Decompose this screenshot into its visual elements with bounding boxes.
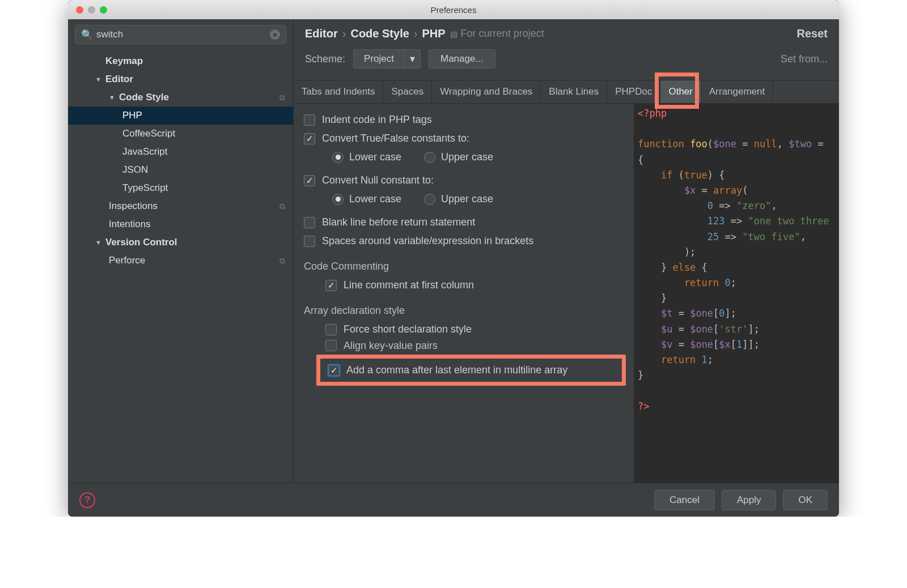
checkbox-line-comment-first[interactable] (325, 280, 337, 291)
tree-item-editor[interactable]: ▼Editor (68, 70, 293, 88)
apply-button[interactable]: Apply (722, 490, 777, 510)
tab-wrapping[interactable]: Wrapping and Braces (432, 80, 541, 103)
section-code-commenting: Code Commenting (299, 250, 628, 276)
reset-button[interactable]: Reset (797, 27, 828, 40)
scheme-dropdown[interactable]: Project ▾ (353, 49, 421, 69)
highlight-annotation-comma: Add a comma after last element in multil… (316, 355, 626, 386)
radio-tf-lower[interactable]: Lower case (332, 151, 401, 163)
manage-button[interactable]: Manage... (429, 49, 495, 69)
project-scope-icon: ▤ (450, 29, 457, 39)
tree-item-perforce[interactable]: Perforce⧉ (68, 252, 293, 270)
radio-null-upper[interactable]: Upper case (424, 193, 493, 205)
tab-arrangement[interactable]: Arrangement (701, 80, 773, 103)
clear-search-icon[interactable]: × (270, 29, 280, 40)
search-input[interactable] (96, 29, 270, 40)
tab-spaces[interactable]: Spaces (383, 80, 432, 103)
radio-null-lower[interactable]: Lower case (332, 193, 401, 205)
checkbox-align-kv[interactable] (325, 340, 337, 351)
tab-other[interactable]: Other (660, 80, 701, 103)
chevron-down-icon[interactable]: ▾ (404, 50, 420, 68)
tree-item-javascript[interactable]: JavaScript (68, 143, 293, 161)
breadcrumb: Editor› Code Style› PHP ▤For current pro… (305, 27, 544, 40)
checkbox-spaces-brackets[interactable] (304, 236, 315, 247)
tab-phpdoc[interactable]: PHPDoc (607, 80, 660, 103)
set-from-link[interactable]: Set from... (781, 53, 828, 65)
footer: ? Cancel Apply OK (68, 483, 839, 517)
checkbox-convert-null[interactable] (304, 175, 315, 186)
titlebar: Preferences (68, 0, 839, 19)
scheme-label: Scheme: (305, 53, 345, 65)
search-input-wrapper[interactable]: 🔍 × (75, 25, 286, 44)
checkbox-blank-return[interactable] (304, 217, 315, 228)
options-panel: Indent code in PHP tags Convert True/Fal… (294, 104, 634, 483)
tree-item-json[interactable]: JSON (68, 161, 293, 179)
help-button[interactable]: ? (79, 492, 95, 508)
tree-item-code-style[interactable]: ▼Code Style⧉ (68, 88, 293, 106)
window-title: Preferences (68, 5, 839, 15)
copy-icon[interactable]: ⧉ (279, 93, 293, 103)
settings-tree: Keymap ▼Editor ▼Code Style⧉ PHP CoffeeSc… (68, 50, 293, 483)
checkbox-force-short[interactable] (325, 324, 337, 335)
tree-item-version-control[interactable]: ▼Version Control (68, 233, 293, 252)
tree-item-php[interactable]: PHP (68, 106, 293, 125)
preferences-window: Preferences 🔍 × Keymap ▼Editor ▼Code Sty… (68, 0, 839, 517)
tree-item-inspections[interactable]: Inspections⧉ (68, 197, 293, 215)
radio-tf-upper[interactable]: Upper case (424, 151, 493, 163)
checkbox-convert-tf[interactable] (304, 133, 315, 144)
search-icon: 🔍 (81, 29, 93, 41)
checkbox-indent-tags[interactable] (304, 114, 315, 126)
main-panel: Editor› Code Style› PHP ▤For current pro… (294, 19, 839, 483)
copy-icon[interactable]: ⧉ (279, 256, 293, 266)
tab-blank-lines[interactable]: Blank Lines (541, 80, 607, 103)
tree-item-keymap[interactable]: Keymap (68, 52, 293, 70)
sidebar: 🔍 × Keymap ▼Editor ▼Code Style⧉ PHP Coff… (68, 19, 294, 483)
tree-item-coffeescript[interactable]: CoffeeScript (68, 125, 293, 143)
tab-tabs-indents[interactable]: Tabs and Indents (294, 80, 383, 103)
code-preview: <?php function foo($one = null, $two = {… (634, 104, 839, 483)
cancel-button[interactable]: Cancel (654, 490, 715, 510)
checkbox-add-trailing-comma[interactable] (328, 365, 340, 376)
tree-item-typescript[interactable]: TypeScript (68, 179, 293, 197)
copy-icon[interactable]: ⧉ (279, 202, 293, 211)
section-array-decl: Array declaration style (299, 295, 628, 320)
tabs: Tabs and Indents Spaces Wrapping and Bra… (294, 80, 839, 104)
tree-item-intentions[interactable]: Intentions (68, 215, 293, 233)
ok-button[interactable]: OK (783, 490, 828, 510)
